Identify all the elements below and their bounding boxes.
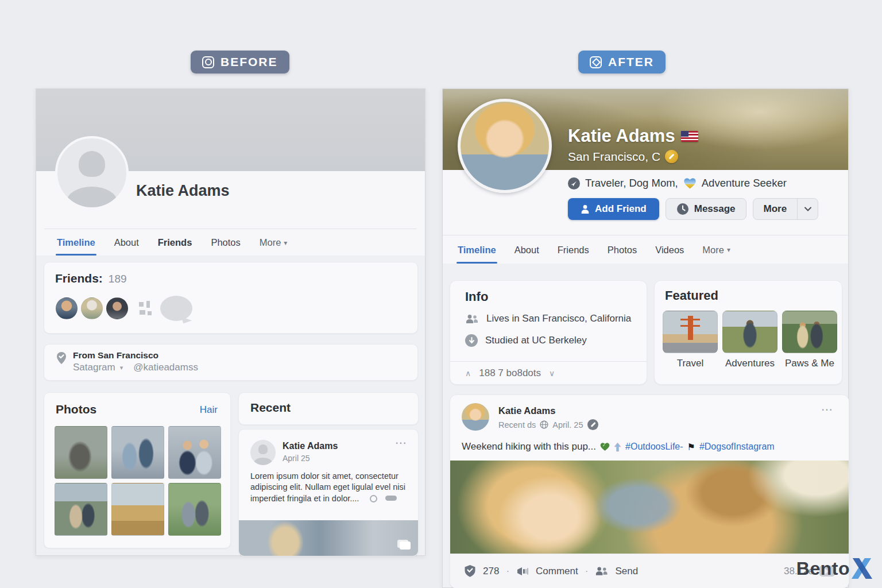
down-circle-icon [465, 334, 478, 347]
photo-thumbnail[interactable] [55, 483, 107, 536]
info-card-title: Info [465, 289, 488, 304]
info-studied-at: Studied at UC Berkeley [485, 335, 587, 346]
friend-avatar[interactable] [56, 297, 78, 319]
tab-more[interactable]: More▾ [702, 236, 730, 264]
photo-thumbnail[interactable] [168, 426, 221, 479]
tab-timeline[interactable]: Timeline [458, 236, 496, 264]
people-icon [465, 314, 479, 324]
post-menu-button[interactable]: ⋯ [821, 407, 834, 412]
traveler-badge-icon [568, 177, 580, 189]
tab-friends[interactable]: Friends [558, 236, 589, 264]
more-button[interactable]: More [753, 199, 798, 219]
post-menu-button[interactable]: ⋯ [395, 440, 408, 446]
separator: · [585, 566, 589, 577]
shield-like-icon[interactable] [464, 564, 476, 578]
friends-count: 189 [109, 273, 127, 285]
profile-name: Katie Adams [568, 126, 675, 146]
send-people-icon [595, 566, 608, 576]
us-flag-icon [681, 131, 698, 142]
featured-item: Adventures [722, 311, 777, 369]
hashtag-link[interactable]: #OutdoosLife- [625, 442, 683, 452]
hashtag-link[interactable]: #DogsofInstagram [699, 442, 775, 452]
photos-card-title: Photos [56, 403, 96, 416]
like-count: 278 [483, 566, 499, 577]
tab-photos[interactable]: Photos [608, 236, 637, 264]
profile-header: Katie Adams San Francisco, C Traveler, D… [443, 89, 848, 264]
profile-photo[interactable] [458, 99, 552, 193]
separator: · [506, 566, 509, 577]
megaphone-icon [516, 566, 529, 577]
message-label: Message [694, 203, 736, 215]
divider [443, 235, 848, 235]
featured-card: Featured Travel Adventures Paws & Me [654, 280, 842, 385]
chevron-down-icon[interactable]: ∨ [549, 369, 555, 378]
post-author-avatar[interactable] [462, 403, 489, 431]
app-name[interactable]: Satagram [73, 362, 115, 373]
profile-tabs: Timeline About Friends Photos Videos Mor… [458, 236, 730, 264]
post-action-bar: 278 · Comment · Send 38.12e [450, 554, 849, 588]
featured-thumb-adventures[interactable] [722, 311, 777, 353]
info-footer-text: 188 7 bo8dots [479, 368, 541, 379]
photo-thumbnail[interactable] [111, 426, 164, 479]
before-profile-panel: Katie Adams Timeline About Friends Photo… [36, 88, 425, 556]
heart-badge-icon [683, 177, 697, 189]
profile-name: Katie Adams [136, 182, 230, 200]
friend-avatar[interactable] [81, 297, 103, 319]
tab-friends[interactable]: Friends [158, 230, 192, 256]
post-meta-text: Recent ds [498, 420, 536, 430]
photo-thumbnail[interactable] [111, 483, 164, 536]
profile-location: San Francisco, C [568, 150, 660, 163]
more-dropdown-button[interactable] [797, 199, 818, 219]
friend-avatar[interactable] [106, 297, 128, 319]
tab-photos[interactable]: Photos [211, 230, 240, 256]
add-friend-button[interactable]: Add Friend [568, 198, 659, 220]
social-handle[interactable]: @katieadamss [133, 362, 198, 373]
photos-grid [55, 426, 221, 536]
post-date: April 25 [283, 454, 310, 463]
circle-glyph-icon [370, 495, 377, 502]
tab-videos[interactable]: Videos [655, 236, 684, 264]
post-photo[interactable] [450, 461, 849, 555]
featured-thumb-travel[interactable] [663, 311, 718, 353]
page: BEFORE AFTER Katie Adams Timeline About … [0, 0, 882, 588]
post-image[interactable] [239, 520, 418, 556]
before-badge: BEFORE [191, 51, 289, 74]
chevron-up-icon[interactable]: ∧ [465, 369, 471, 378]
photos-see-all-link[interactable]: Hair [200, 404, 218, 416]
photo-thumbnail[interactable] [55, 426, 107, 479]
photo-thumbnail[interactable] [168, 483, 221, 536]
profile-avatar-placeholder[interactable] [55, 136, 129, 210]
send-button[interactable]: Send [615, 566, 638, 577]
clock-icon [676, 203, 689, 215]
friend-avatar-placeholder [137, 297, 157, 319]
post-body: Lorem ipsum dolor sit amet, consectetur … [250, 471, 409, 504]
tab-more[interactable]: More▾ [260, 230, 288, 256]
after-badge: AFTER [578, 51, 666, 74]
post-author-name[interactable]: Katie Adams [498, 405, 555, 416]
message-button[interactable]: Message [666, 198, 746, 220]
pin-check-icon [55, 351, 68, 365]
tagline-part2: Adventure Seeker [702, 177, 787, 189]
comment-button[interactable]: Comment [536, 566, 578, 577]
tab-about[interactable]: About [114, 230, 139, 256]
photos-card: Photos Hair [44, 392, 231, 548]
after-badge-label: AFTER [608, 55, 654, 69]
camera-icon [590, 56, 602, 68]
camera-icon [202, 56, 214, 68]
bentox-logo: Bento [796, 557, 873, 580]
post-author-avatar-placeholder[interactable] [250, 440, 276, 465]
post-author-name[interactable]: Katie Adams [283, 441, 338, 451]
leaf-heart-icon [600, 442, 610, 451]
tab-about[interactable]: About [514, 236, 539, 264]
friends-card: Friends: 189 [44, 262, 418, 334]
logo-x-icon [851, 557, 873, 580]
arrow-up-icon [614, 442, 621, 452]
featured-label: Travel [663, 358, 718, 369]
globe-icon [540, 420, 548, 429]
featured-label: Adventures [722, 358, 777, 369]
tab-timeline[interactable]: Timeline [57, 230, 95, 256]
recent-card: Recent [238, 392, 419, 425]
recent-card-title: Recent [250, 401, 291, 415]
chevron-down-icon[interactable]: ▾ [120, 364, 123, 372]
featured-thumb-paws[interactable] [782, 311, 837, 353]
